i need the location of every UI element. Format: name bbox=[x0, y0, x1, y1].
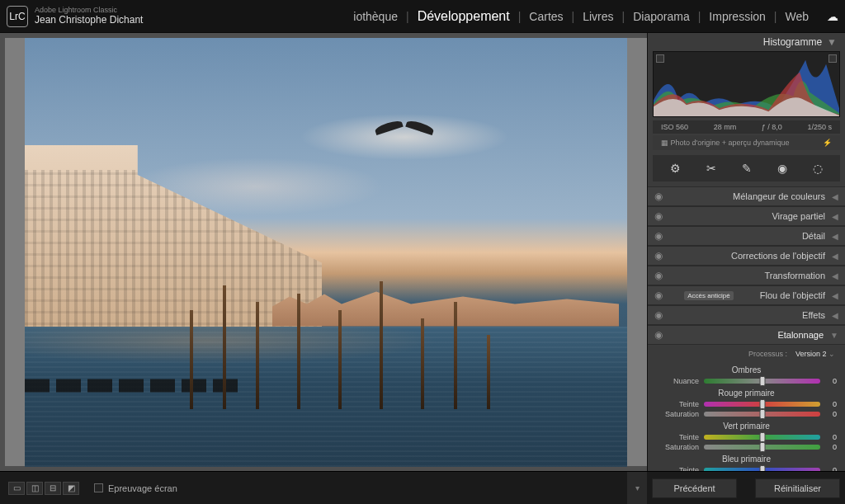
disclosure-icon: ◀ bbox=[832, 271, 838, 280]
slider-track[interactable] bbox=[704, 379, 820, 384]
tab-book[interactable]: Livres bbox=[583, 10, 613, 23]
cloud-sync-icon[interactable]: ☁ bbox=[827, 10, 838, 23]
group-ombres: Ombres bbox=[648, 363, 845, 376]
panel-mcouleurs[interactable]: ◉Mélangeur de couleurs◀ bbox=[648, 186, 845, 206]
exif-row: ISO 560 28 mm ƒ / 8,0 1/250 s bbox=[653, 120, 840, 134]
eye-icon[interactable]: ◉ bbox=[654, 329, 663, 341]
exif-focal: 28 mm bbox=[714, 123, 737, 131]
top-bar: LrC Adobe Lightroom Classic Jean Christo… bbox=[0, 0, 845, 33]
view-mode-buttons: ▭ ◫ ⊟ ◩ bbox=[8, 482, 79, 495]
toolbar-collapse[interactable]: ▾ bbox=[627, 472, 647, 504]
crop-icon[interactable]: ✂ bbox=[706, 162, 716, 175]
eye-icon[interactable]: ◉ bbox=[654, 210, 663, 222]
disclosure-icon: ◀ bbox=[832, 252, 838, 261]
disclosure-icon: ◀ bbox=[832, 192, 838, 201]
before-after-tb-button[interactable]: ⊟ bbox=[45, 482, 61, 495]
eye-icon[interactable]: ◉ bbox=[654, 250, 663, 261]
slider-track[interactable] bbox=[704, 468, 820, 471]
radial-icon[interactable]: ◌ bbox=[813, 162, 823, 175]
slider-knob[interactable] bbox=[759, 465, 765, 471]
tool-strip: ⚙ ✂ ✎ ◉ ◌ bbox=[653, 155, 840, 181]
slider-track[interactable] bbox=[704, 445, 820, 450]
slider-knob[interactable] bbox=[759, 442, 765, 452]
group-bleu: Bleu primaire bbox=[648, 452, 845, 465]
slider-vert-saturation[interactable]: Saturation0 bbox=[648, 442, 845, 452]
panel-detail[interactable]: ◉Détail◀ bbox=[648, 226, 845, 246]
disclosure-icon: ◀ bbox=[832, 212, 838, 221]
tab-slideshow[interactable]: Diaporama bbox=[633, 10, 689, 23]
highlight-clip-indicator[interactable] bbox=[828, 54, 837, 63]
slider-track[interactable] bbox=[704, 402, 820, 407]
bird-silhouette bbox=[380, 116, 429, 136]
exif-shutter: 1/250 s bbox=[807, 123, 832, 131]
panel-effets[interactable]: ◉Effets◀ bbox=[648, 305, 845, 325]
eye-icon[interactable]: ◉ bbox=[654, 230, 663, 242]
tab-library[interactable]: iothèque bbox=[353, 10, 398, 23]
panel-virage[interactable]: ◉Virage partiel◀ bbox=[648, 206, 845, 226]
etalonnage-body: Processus : Version 2 ⌄ OmbresNuance0Rou… bbox=[648, 345, 845, 471]
early-access-badge: Accès anticipé bbox=[684, 291, 734, 300]
eye-icon[interactable]: ◉ bbox=[654, 309, 663, 321]
identity-block: LrC Adobe Lightroom Classic Jean Christo… bbox=[7, 6, 143, 27]
eye-icon[interactable]: ◉ bbox=[654, 191, 663, 202]
develop-preview bbox=[25, 38, 627, 467]
slider-ombres-nuance[interactable]: Nuance0 bbox=[648, 376, 845, 386]
exif-aperture: ƒ / 8,0 bbox=[762, 123, 782, 131]
slider-track[interactable] bbox=[704, 412, 820, 417]
user-name: Jean Christophe Dichant bbox=[35, 15, 143, 26]
slider-track[interactable] bbox=[704, 435, 820, 440]
disclosure-icon: ◀ bbox=[832, 232, 838, 241]
soft-proofing-checkbox[interactable] bbox=[94, 483, 103, 492]
slider-vert-teinte[interactable]: Teinte0 bbox=[648, 432, 845, 442]
app-logo: LrC bbox=[7, 6, 28, 27]
group-vert: Vert primaire bbox=[648, 419, 845, 432]
tab-print[interactable]: Impression bbox=[709, 10, 765, 23]
module-nav: iothèque| Développement| Cartes| Livres|… bbox=[353, 9, 838, 24]
slider-knob[interactable] bbox=[759, 409, 765, 419]
disclosure-icon: ▼ bbox=[830, 331, 838, 340]
heal-icon[interactable]: ✎ bbox=[742, 162, 752, 175]
disclosure-icon: ◀ bbox=[832, 291, 838, 300]
eye-icon[interactable]: ◉ bbox=[654, 290, 663, 301]
lightning-icon[interactable]: ⚡ bbox=[823, 139, 832, 147]
sliders-icon[interactable]: ⚙ bbox=[670, 162, 681, 175]
soft-proofing[interactable]: Epreuvage écran bbox=[94, 483, 177, 493]
panel-transfo[interactable]: ◉Transformation◀ bbox=[648, 266, 845, 285]
previous-button[interactable]: Précédent bbox=[652, 478, 737, 498]
panel-corrobj[interactable]: ◉Corrections de l'objectif◀ bbox=[648, 246, 845, 266]
reset-button[interactable]: Réinitialiser bbox=[755, 478, 840, 498]
bottom-bar: ▭ ◫ ⊟ ◩ Epreuvage écran ▾ Précédent Réin… bbox=[0, 471, 845, 504]
tab-develop[interactable]: Développement bbox=[418, 9, 510, 24]
preview-mode-row[interactable]: ▦ Photo d'origine + aperçu dynamique ⚡ bbox=[653, 135, 840, 150]
slider-knob[interactable] bbox=[759, 399, 765, 409]
before-after-lr-button[interactable]: ◫ bbox=[26, 482, 43, 495]
eye-icon[interactable]: ◉ bbox=[654, 270, 663, 281]
histogram-header[interactable]: Histogramme▼ bbox=[648, 33, 845, 51]
process-row[interactable]: Processus : Version 2 ⌄ bbox=[648, 348, 845, 363]
slider-knob[interactable] bbox=[759, 432, 765, 442]
tab-map[interactable]: Cartes bbox=[529, 10, 563, 23]
slider-rouge-saturation[interactable]: Saturation0 bbox=[648, 409, 845, 419]
slider-bleu-teinte[interactable]: Teinte0 bbox=[648, 465, 845, 471]
right-panel: Histogramme▼ ISO 560 28 mm ƒ / 8,0 1/250… bbox=[647, 33, 845, 471]
before-after-split-button[interactable]: ◩ bbox=[63, 482, 79, 495]
tab-web[interactable]: Web bbox=[785, 10, 809, 23]
slider-rouge-teinte[interactable]: Teinte0 bbox=[648, 399, 845, 409]
disclosure-icon: ◀ bbox=[832, 311, 838, 320]
histogram[interactable] bbox=[653, 51, 840, 117]
shadow-clip-indicator[interactable] bbox=[656, 54, 664, 63]
image-viewer[interactable] bbox=[0, 33, 647, 471]
slider-knob[interactable] bbox=[759, 376, 765, 386]
work-area: Histogramme▼ ISO 560 28 mm ƒ / 8,0 1/250… bbox=[0, 33, 845, 471]
exif-iso: ISO 560 bbox=[661, 123, 688, 131]
panel-flou[interactable]: ◉Accès anticipéFlou de l'objectif◀ bbox=[648, 285, 845, 305]
group-rouge: Rouge primaire bbox=[648, 386, 845, 399]
loupe-view-button[interactable]: ▭ bbox=[8, 482, 25, 495]
redeye-icon[interactable]: ◉ bbox=[777, 162, 787, 175]
panel-etalon[interactable]: ◉Etalonnage▼ bbox=[648, 325, 845, 345]
